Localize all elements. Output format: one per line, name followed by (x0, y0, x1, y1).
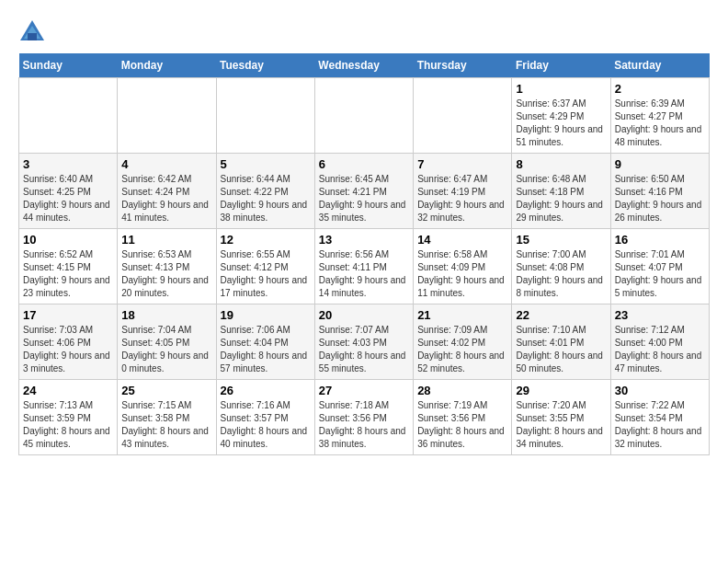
calendar-cell: 30Sunrise: 7:22 AMSunset: 3:54 PMDayligh… (610, 380, 709, 455)
day-number: 26 (221, 384, 311, 397)
day-number: 12 (221, 233, 311, 247)
day-number: 24 (23, 384, 113, 397)
calendar-week-row: 24Sunrise: 7:13 AMSunset: 3:59 PMDayligh… (19, 380, 710, 455)
day-info: Sunrise: 7:22 AMSunset: 3:54 PMDaylight:… (615, 399, 705, 451)
day-number: 9 (615, 157, 705, 171)
day-number: 29 (516, 384, 606, 397)
calendar-header-saturday: Saturday (610, 53, 709, 78)
day-info: Sunrise: 7:04 AMSunset: 4:05 PMDaylight:… (121, 324, 211, 375)
day-info: Sunrise: 7:10 AMSunset: 4:01 PMDaylight:… (516, 324, 606, 375)
day-info: Sunrise: 6:42 AMSunset: 4:24 PMDaylight:… (121, 173, 211, 224)
day-info: Sunrise: 7:07 AMSunset: 4:03 PMDaylight:… (319, 324, 409, 375)
calendar-cell: 26Sunrise: 7:16 AMSunset: 3:57 PMDayligh… (216, 380, 314, 455)
day-number: 19 (221, 308, 311, 322)
day-info: Sunrise: 7:19 AMSunset: 3:56 PMDaylight:… (417, 399, 507, 451)
calendar-cell (118, 78, 216, 154)
calendar-cell: 25Sunrise: 7:15 AMSunset: 3:58 PMDayligh… (118, 380, 216, 455)
calendar-cell: 2Sunrise: 6:39 AMSunset: 4:27 PMDaylight… (610, 78, 709, 154)
day-number: 17 (23, 308, 113, 322)
calendar-header-friday: Friday (512, 53, 610, 78)
calendar-cell: 3Sunrise: 6:40 AMSunset: 4:25 PMDaylight… (19, 154, 118, 229)
calendar-week-row: 17Sunrise: 7:03 AMSunset: 4:06 PMDayligh… (19, 304, 710, 380)
calendar-cell: 10Sunrise: 6:52 AMSunset: 4:15 PMDayligh… (19, 229, 118, 304)
day-number: 6 (319, 157, 409, 171)
day-info: Sunrise: 7:06 AMSunset: 4:04 PMDaylight:… (221, 324, 311, 375)
calendar-header-tuesday: Tuesday (216, 53, 314, 78)
calendar-cell: 12Sunrise: 6:55 AMSunset: 4:12 PMDayligh… (216, 229, 314, 304)
calendar-header-monday: Monday (118, 53, 216, 78)
day-info: Sunrise: 6:53 AMSunset: 4:13 PMDaylight:… (121, 248, 211, 300)
day-info: Sunrise: 6:39 AMSunset: 4:27 PMDaylight:… (615, 98, 705, 149)
day-info: Sunrise: 7:20 AMSunset: 3:55 PMDaylight:… (516, 399, 606, 451)
calendar-cell (414, 78, 512, 154)
day-info: Sunrise: 6:50 AMSunset: 4:16 PMDaylight:… (615, 173, 705, 224)
day-number: 2 (615, 82, 705, 96)
day-info: Sunrise: 7:00 AMSunset: 4:08 PMDaylight:… (516, 248, 606, 300)
day-info: Sunrise: 6:37 AMSunset: 4:29 PMDaylight:… (516, 98, 606, 149)
day-number: 8 (516, 157, 606, 171)
calendar-cell: 21Sunrise: 7:09 AMSunset: 4:02 PMDayligh… (414, 304, 512, 380)
calendar-cell: 28Sunrise: 7:19 AMSunset: 3:56 PMDayligh… (414, 380, 512, 455)
calendar-cell: 29Sunrise: 7:20 AMSunset: 3:55 PMDayligh… (512, 380, 610, 455)
day-info: Sunrise: 7:13 AMSunset: 3:59 PMDaylight:… (23, 399, 113, 451)
calendar-cell: 19Sunrise: 7:06 AMSunset: 4:04 PMDayligh… (216, 304, 314, 380)
calendar-cell: 18Sunrise: 7:04 AMSunset: 4:05 PMDayligh… (118, 304, 216, 380)
day-number: 23 (615, 308, 705, 322)
day-number: 21 (417, 308, 507, 322)
calendar-cell: 6Sunrise: 6:45 AMSunset: 4:21 PMDaylight… (314, 154, 413, 229)
calendar-week-row: 1Sunrise: 6:37 AMSunset: 4:29 PMDaylight… (19, 78, 710, 154)
calendar-table: SundayMondayTuesdayWednesdayThursdayFrid… (18, 53, 710, 455)
calendar-cell: 5Sunrise: 6:44 AMSunset: 4:22 PMDaylight… (216, 154, 314, 229)
day-number: 15 (516, 233, 606, 247)
day-info: Sunrise: 7:16 AMSunset: 3:57 PMDaylight:… (221, 399, 311, 451)
calendar-cell: 14Sunrise: 6:58 AMSunset: 4:09 PMDayligh… (414, 229, 512, 304)
calendar-cell: 7Sunrise: 6:47 AMSunset: 4:19 PMDaylight… (414, 154, 512, 229)
calendar-cell: 27Sunrise: 7:18 AMSunset: 3:56 PMDayligh… (314, 380, 413, 455)
page-header (18, 18, 710, 44)
day-info: Sunrise: 6:40 AMSunset: 4:25 PMDaylight:… (23, 173, 113, 224)
logo (18, 18, 50, 44)
day-number: 3 (23, 157, 113, 171)
calendar-cell: 15Sunrise: 7:00 AMSunset: 4:08 PMDayligh… (512, 229, 610, 304)
day-number: 20 (319, 308, 409, 322)
day-info: Sunrise: 7:01 AMSunset: 4:07 PMDaylight:… (615, 248, 705, 300)
calendar-header-sunday: Sunday (19, 53, 118, 78)
day-number: 7 (417, 157, 507, 171)
calendar-cell: 20Sunrise: 7:07 AMSunset: 4:03 PMDayligh… (314, 304, 413, 380)
day-number: 13 (319, 233, 409, 247)
day-info: Sunrise: 6:47 AMSunset: 4:19 PMDaylight:… (417, 173, 507, 224)
calendar-cell: 8Sunrise: 6:48 AMSunset: 4:18 PMDaylight… (512, 154, 610, 229)
calendar-header-row: SundayMondayTuesdayWednesdayThursdayFrid… (19, 53, 710, 78)
day-info: Sunrise: 6:55 AMSunset: 4:12 PMDaylight:… (221, 248, 311, 300)
day-info: Sunrise: 6:52 AMSunset: 4:15 PMDaylight:… (23, 248, 113, 300)
calendar-cell (314, 78, 413, 154)
day-info: Sunrise: 7:03 AMSunset: 4:06 PMDaylight:… (23, 324, 113, 375)
calendar-cell: 1Sunrise: 6:37 AMSunset: 4:29 PMDaylight… (512, 78, 610, 154)
logo-icon (18, 18, 46, 44)
day-number: 22 (516, 308, 606, 322)
calendar-week-row: 3Sunrise: 6:40 AMSunset: 4:25 PMDaylight… (19, 154, 710, 229)
day-number: 27 (319, 384, 409, 397)
calendar-cell: 16Sunrise: 7:01 AMSunset: 4:07 PMDayligh… (610, 229, 709, 304)
day-info: Sunrise: 7:09 AMSunset: 4:02 PMDaylight:… (417, 324, 507, 375)
day-number: 25 (121, 384, 211, 397)
day-number: 1 (516, 82, 606, 96)
day-info: Sunrise: 7:18 AMSunset: 3:56 PMDaylight:… (319, 399, 409, 451)
day-info: Sunrise: 7:12 AMSunset: 4:00 PMDaylight:… (615, 324, 705, 375)
day-number: 11 (121, 233, 211, 247)
svg-rect-2 (28, 33, 37, 40)
day-number: 30 (615, 384, 705, 397)
day-number: 16 (615, 233, 705, 247)
calendar-cell: 23Sunrise: 7:12 AMSunset: 4:00 PMDayligh… (610, 304, 709, 380)
calendar-header-thursday: Thursday (414, 53, 512, 78)
calendar-header-wednesday: Wednesday (314, 53, 413, 78)
calendar-cell: 9Sunrise: 6:50 AMSunset: 4:16 PMDaylight… (610, 154, 709, 229)
day-info: Sunrise: 6:48 AMSunset: 4:18 PMDaylight:… (516, 173, 606, 224)
calendar-cell: 22Sunrise: 7:10 AMSunset: 4:01 PMDayligh… (512, 304, 610, 380)
calendar-cell: 17Sunrise: 7:03 AMSunset: 4:06 PMDayligh… (19, 304, 118, 380)
day-number: 14 (417, 233, 507, 247)
day-number: 18 (121, 308, 211, 322)
day-info: Sunrise: 7:15 AMSunset: 3:58 PMDaylight:… (121, 399, 211, 451)
calendar-cell: 13Sunrise: 6:56 AMSunset: 4:11 PMDayligh… (314, 229, 413, 304)
calendar-cell: 24Sunrise: 7:13 AMSunset: 3:59 PMDayligh… (19, 380, 118, 455)
